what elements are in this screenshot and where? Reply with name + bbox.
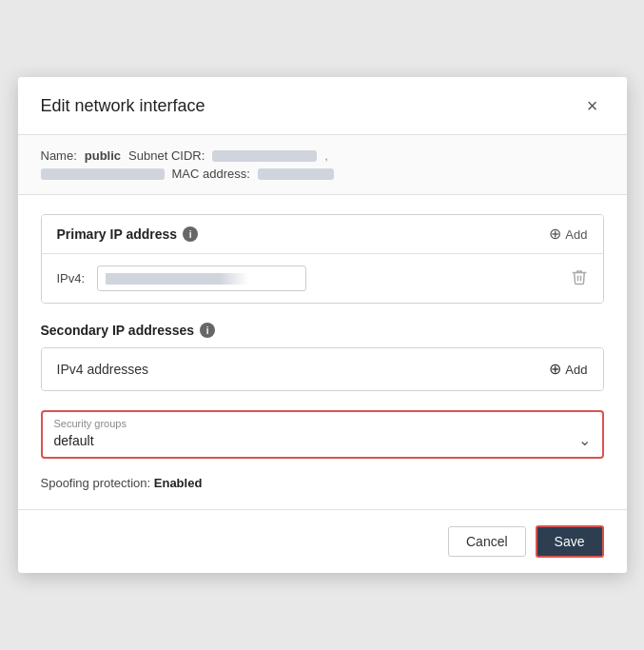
security-groups-value: default (54, 433, 94, 448)
ipv4-section-title: IPv4 addresses (57, 362, 149, 377)
extra-value-masked (41, 168, 165, 180)
primary-ip-title: Primary IP address i (57, 227, 199, 242)
network-info: Name: public Subnet CIDR: , MAC address: (18, 135, 627, 195)
ipv4-section-header: IPv4 addresses ⊕ Add (42, 348, 603, 390)
save-button[interactable]: Save (536, 525, 604, 558)
chevron-down-icon: ⌄ (578, 431, 591, 449)
close-button[interactable]: × (581, 94, 604, 117)
primary-ip-info-icon[interactable]: i (183, 227, 198, 242)
security-groups-select[interactable]: Security groups default ⌄ (41, 410, 604, 459)
secondary-ip-section: Secondary IP addresses i IPv4 addresses … (41, 323, 604, 391)
ipv4-input[interactable] (97, 266, 306, 291)
spoofing-label: Spoofing protection: (41, 476, 151, 490)
info-row1: Name: public Subnet CIDR: , (41, 148, 604, 163)
security-groups-label: Security groups (54, 418, 591, 429)
ipv4-row: IPv4: (57, 266, 588, 291)
secondary-ip-plus-icon: ⊕ (549, 362, 561, 377)
info-row2: MAC address: (41, 167, 604, 181)
dialog-body: Primary IP address i ⊕ Add IPv4: (18, 195, 627, 509)
secondary-ip-add-button[interactable]: ⊕ Add (549, 362, 587, 377)
dialog-title: Edit network interface (41, 96, 205, 116)
dialog-footer: Cancel Save (18, 509, 627, 573)
primary-ip-body: IPv4: (42, 254, 603, 303)
security-groups-wrapper: Security groups default ⌄ (41, 410, 604, 459)
primary-ip-box: Primary IP address i ⊕ Add IPv4: (41, 214, 604, 304)
primary-ip-section: Primary IP address i ⊕ Add IPv4: (41, 214, 604, 304)
spoofing-row: Spoofing protection: Enabled (41, 476, 604, 490)
name-value: public (85, 148, 121, 163)
subnet-value-masked (212, 150, 317, 162)
ipv4-delete-button[interactable] (571, 268, 588, 289)
primary-ip-add-button[interactable]: ⊕ Add (549, 227, 587, 242)
spoofing-value: Enabled (154, 476, 203, 490)
name-label: Name: (41, 148, 77, 163)
primary-ip-plus-icon: ⊕ (549, 227, 561, 242)
security-groups-value-row: default ⌄ (54, 431, 591, 449)
subnet-label: Subnet CIDR: (128, 148, 205, 163)
primary-ip-header: Primary IP address i ⊕ Add (42, 215, 603, 254)
edit-network-interface-dialog: Edit network interface × Name: public Su… (18, 77, 627, 573)
secondary-ip-label: Secondary IP addresses i (41, 323, 604, 338)
mac-label: MAC address: (172, 167, 250, 181)
secondary-ip-box: IPv4 addresses ⊕ Add (41, 347, 604, 391)
mac-value-masked (258, 168, 334, 180)
ipv4-label: IPv4: (57, 271, 88, 286)
secondary-ip-info-icon[interactable]: i (200, 323, 215, 338)
cancel-button[interactable]: Cancel (448, 526, 526, 557)
dialog-header: Edit network interface × (18, 77, 627, 135)
